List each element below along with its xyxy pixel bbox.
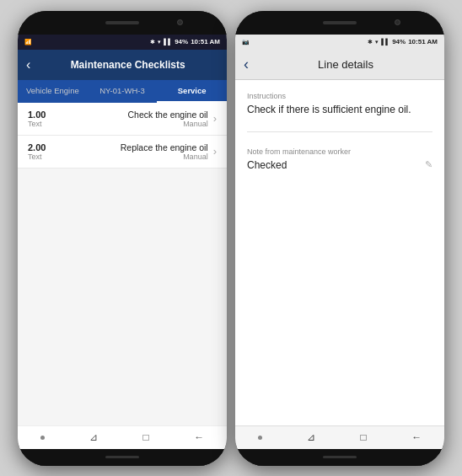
home-indicator-2 [323, 456, 357, 458]
detail-nav-bar: ‹ Line details [235, 50, 444, 80]
checklist-row-2[interactable]: 2.00 Text Replace the engine oil Manual … [18, 136, 227, 168]
back-button-2[interactable]: ‹ [244, 56, 249, 73]
nav-bar-1: ‹ Maintenance Checklists [18, 50, 227, 80]
speaker-1 [105, 21, 139, 24]
battery-2: 94% [392, 38, 406, 45]
status-bar-1: 📶 ✱ ▾ ▌▌ 94% 10:51 AM [18, 35, 227, 50]
dot-icon-2 [258, 436, 262, 440]
chevron-icon-2: › [213, 145, 217, 158]
row-desc-2: Replace the engine oil [88, 142, 207, 152]
speaker-2 [323, 21, 357, 24]
row-number-1: 1.00 [28, 110, 88, 120]
front-camera-2 [395, 19, 400, 25]
bt-icon-2: ✱ [368, 39, 373, 45]
status-right-1: ✱ ▾ ▌▌ 94% 10:51 AM [150, 38, 220, 45]
front-camera-1 [177, 19, 183, 25]
time-2: 10:51 AM [408, 38, 438, 45]
note-label: Note from maintenance worker [247, 147, 432, 156]
battery-1: 94% [175, 38, 188, 45]
status-left-1: 📶 [24, 39, 32, 45]
nav-title-1: Maintenance Checklists [37, 59, 218, 71]
tab-ny01wh3[interactable]: NY-01-WH-3 [88, 80, 158, 103]
field-divider [247, 131, 432, 132]
time-1: 10:51 AM [191, 38, 220, 45]
row-method-1: Manual [88, 120, 207, 128]
screen-2: 📷 ✱ ▾ ▌▌ 94% 10:51 AM ‹ Line details Ins… [235, 35, 444, 449]
row-right-1: Check the engine oil Manual [88, 110, 207, 128]
bottom-bar-1: ⊿ □ ← [18, 425, 227, 449]
row-type-1: Text [28, 120, 88, 128]
sim-icon-1: 📶 [24, 39, 32, 45]
instructions-value: Check if there is sufficient engine oil. [247, 103, 432, 117]
row-desc-1: Check the engine oil [88, 110, 207, 120]
bottom-bezel-2 [235, 449, 444, 466]
recent-apps-icon-1[interactable]: ⊿ [89, 431, 98, 443]
note-value: Checked [247, 158, 432, 173]
dot-icon-1 [40, 436, 45, 440]
back-sys-icon-2[interactable]: ← [411, 431, 422, 443]
chevron-icon-1: › [213, 112, 217, 125]
detail-status-right: ✱ ▾ ▌▌ 94% 10:51 AM [368, 38, 438, 45]
recent-apps-icon-2[interactable]: ⊿ [307, 431, 315, 443]
wifi-icon-2: ▾ [375, 39, 379, 45]
detail-bottom-bar: ⊿ □ ← [235, 425, 444, 449]
detail-status-left: 📷 [242, 39, 250, 45]
home-icon-2[interactable]: □ [361, 431, 367, 443]
detail-nav-title: Line details [255, 58, 436, 71]
screen-1: 📶 ✱ ▾ ▌▌ 94% 10:51 AM ‹ Maintenance Chec… [18, 35, 227, 449]
bt-icon-1: ✱ [150, 39, 155, 45]
top-bezel-2 [235, 11, 444, 35]
tab-vehicle-engine[interactable]: Vehicle Engine [18, 80, 88, 103]
sim-icon-2: 📷 [242, 39, 250, 45]
row-right-2: Replace the engine oil Manual [88, 142, 207, 161]
wifi-icon-1: ▾ [158, 39, 161, 45]
row-type-2: Text [28, 152, 88, 161]
signal-icon-2: ▌▌ [381, 39, 389, 45]
checklist-content: 1.00 Text Check the engine oil Manual › … [18, 103, 227, 425]
phone-1: 📶 ✱ ▾ ▌▌ 94% 10:51 AM ‹ Maintenance Chec… [18, 11, 227, 466]
detail-content: Instructions Check if there is sufficien… [235, 80, 444, 425]
tab-bar-1: Vehicle Engine NY-01-WH-3 Service [18, 80, 227, 103]
tab-service[interactable]: Service [157, 80, 227, 103]
home-icon-1[interactable]: □ [143, 431, 149, 443]
home-indicator-1 [105, 456, 139, 458]
note-field: Note from maintenance worker Checked ✎ [247, 147, 432, 173]
bottom-bezel-1 [18, 449, 227, 466]
back-sys-icon-1[interactable]: ← [194, 431, 204, 443]
detail-status-bar: 📷 ✱ ▾ ▌▌ 94% 10:51 AM [235, 35, 444, 50]
phones-container: 📶 ✱ ▾ ▌▌ 94% 10:51 AM ‹ Maintenance Chec… [18, 11, 444, 466]
row-method-2: Manual [88, 152, 207, 161]
instructions-field: Instructions Check if there is sufficien… [247, 92, 432, 117]
back-button-1[interactable]: ‹ [26, 57, 30, 72]
row-left-2: 2.00 Text [28, 142, 88, 161]
row-number-2: 2.00 [28, 142, 88, 152]
edit-icon[interactable]: ✎ [425, 159, 432, 170]
top-bezel-1 [18, 11, 227, 35]
row-left-1: 1.00 Text [28, 110, 88, 128]
signal-icon-1: ▌▌ [164, 39, 172, 45]
checklist-row-1[interactable]: 1.00 Text Check the engine oil Manual › [18, 103, 227, 136]
instructions-label: Instructions [247, 92, 432, 100]
phone-2: 📷 ✱ ▾ ▌▌ 94% 10:51 AM ‹ Line details Ins… [235, 11, 444, 466]
